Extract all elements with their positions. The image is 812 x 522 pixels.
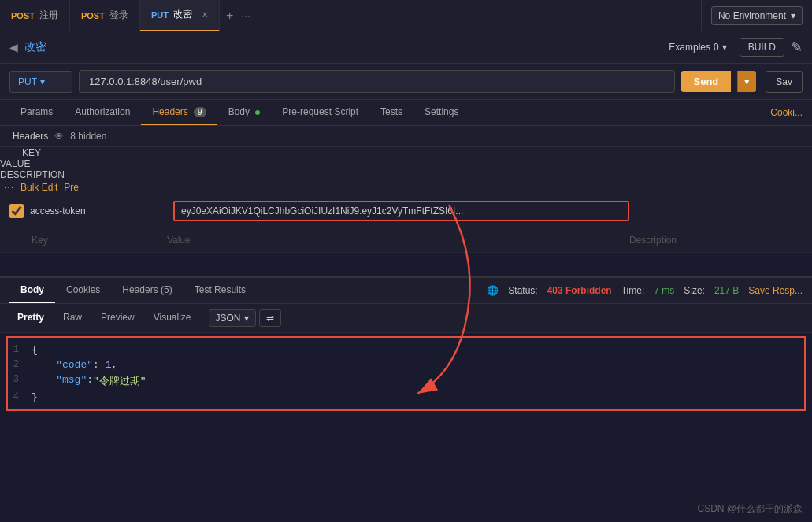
pre-button[interactable]: Pre xyxy=(64,182,79,193)
col-desc-header: DESCRIPTION xyxy=(0,169,173,180)
tab-name-login: 登录 xyxy=(109,9,128,22)
code-area-container: 1 { 2 "code" : -1 , 3 "msg" xyxy=(0,333,812,414)
send-button[interactable]: Send xyxy=(681,71,732,92)
line-number: 3 xyxy=(0,374,32,385)
globe-icon: 🌐 xyxy=(487,285,499,296)
send-dropdown-button[interactable]: ▾ xyxy=(737,71,756,92)
env-label: No Environment xyxy=(718,10,786,21)
time-label: Time: xyxy=(621,285,645,296)
code-value: -1 xyxy=(99,359,112,371)
tab-headers[interactable]: Headers 9 xyxy=(141,100,217,125)
response-tab-cookies[interactable]: Cookies xyxy=(55,278,111,303)
code-value: "令牌过期" xyxy=(93,374,146,388)
chevron-down-icon: ▾ xyxy=(791,10,795,21)
request-title: ◀ 改密 xyxy=(9,40,46,54)
request-name: 改密 xyxy=(24,40,46,54)
size-label: Size: xyxy=(684,285,705,296)
headers-badge: 9 xyxy=(194,107,206,117)
table-row: access-token eyJ0eXAiOiJKV1QiLCJhbGciOiJ… xyxy=(0,194,812,228)
method-select[interactable]: PUT ▾ xyxy=(9,71,72,93)
watermark: CSDN @什么都干的派森 xyxy=(697,502,803,516)
status-value: 403 Forbidden xyxy=(547,285,612,296)
body-tab-raw[interactable]: Raw xyxy=(55,309,90,328)
body-tab-preview[interactable]: Preview xyxy=(93,309,143,328)
save-button[interactable]: Sav xyxy=(766,71,803,93)
environment-dropdown[interactable]: No Environment ▾ xyxy=(711,6,803,25)
tab-settings[interactable]: Settings xyxy=(413,100,469,125)
request-title-bar: ◀ 改密 Examples 0 ▾ BUILD ✎ xyxy=(0,31,812,64)
kebab-menu-icon[interactable]: ✎ xyxy=(791,39,803,56)
response-section: Body Cookies Headers (5) Test Results 🌐 … xyxy=(0,276,812,414)
tab-cookies[interactable]: Cooki... xyxy=(770,101,803,124)
tab-put-changepwd[interactable]: PUT 改密 ✕ xyxy=(140,0,220,31)
line-number: 1 xyxy=(0,344,32,355)
tab-post-login[interactable]: POST 登录 xyxy=(70,0,140,31)
key-placeholder[interactable]: Key xyxy=(9,235,167,246)
code-key: "code" xyxy=(56,359,93,371)
request-tabs: Params Authorization Headers 9 Body Pre-… xyxy=(0,100,812,126)
wrap-button[interactable]: ⇌ xyxy=(259,309,281,327)
body-tab-pretty[interactable]: Pretty xyxy=(9,309,52,328)
placeholder-row: Key Value Description xyxy=(0,228,812,253)
code-line-1: 1 { xyxy=(0,342,812,357)
tab-pre-request[interactable]: Pre-request Script xyxy=(271,100,369,125)
response-tabs-bar: Body Cookies Headers (5) Test Results 🌐 … xyxy=(0,278,812,304)
bulk-edit-button[interactable]: Bulk Edit xyxy=(20,182,57,193)
headers-subbar: Headers 👁 8 hidden xyxy=(0,126,812,147)
size-value: 217 B xyxy=(714,285,739,296)
code-brace: { xyxy=(32,344,38,356)
code-line-3: 3 "msg" : "令牌过期" xyxy=(0,372,812,390)
examples-button[interactable]: Examples 0 ▾ xyxy=(669,42,726,53)
format-label: JSON xyxy=(216,313,241,324)
tab-method-put: PUT xyxy=(151,10,169,20)
code-colon: : xyxy=(87,374,93,386)
col-actions-header: ··· Bulk Edit Pre xyxy=(0,180,79,194)
response-tab-headers[interactable]: Headers (5) xyxy=(111,278,183,303)
tab-body[interactable]: Body xyxy=(217,100,272,125)
code-indent xyxy=(32,374,56,386)
tab-method-post2: POST xyxy=(81,11,105,20)
headers-label: Headers xyxy=(13,131,48,142)
examples-label: Examples xyxy=(669,42,710,53)
code-brace: } xyxy=(32,391,38,403)
eye-icon: 👁 xyxy=(54,131,64,142)
top-tab-bar: POST 注册 POST 登录 PUT 改密 ✕ + ··· No Enviro… xyxy=(0,0,812,31)
tab-method-post: POST xyxy=(11,11,35,20)
header-value-cell[interactable]: eyJ0eXAiOiJKV1QiLCJhbGciOiJIUzI1NiJ9.eyJ… xyxy=(173,201,629,221)
close-tab-icon[interactable]: ✕ xyxy=(202,10,208,19)
tab-post-register[interactable]: POST 注册 xyxy=(0,0,70,31)
body-tab-visualize[interactable]: Visualize xyxy=(146,309,199,328)
tab-authorization[interactable]: Authorization xyxy=(64,100,141,125)
method-value: PUT xyxy=(18,76,37,87)
chevron-down-icon: ▾ xyxy=(40,76,45,87)
line-number: 2 xyxy=(0,359,32,370)
tab-name-register: 注册 xyxy=(39,9,58,22)
dots-icon[interactable]: ··· xyxy=(4,180,14,194)
col-key-header: KEY xyxy=(0,147,158,158)
add-tab-button[interactable]: + xyxy=(226,9,233,23)
row-checkbox[interactable] xyxy=(9,204,24,218)
more-tabs-button[interactable]: ··· xyxy=(241,9,250,22)
tab-params[interactable]: Params xyxy=(9,100,64,125)
code-colon: : xyxy=(93,359,99,371)
url-bar: PUT ▾ Send ▾ Sav xyxy=(0,64,812,100)
chevron-down-icon: ▾ xyxy=(244,313,249,324)
save-response-button[interactable]: Save Resp... xyxy=(748,285,803,296)
url-input[interactable] xyxy=(79,70,675,93)
body-dot xyxy=(255,110,260,115)
header-key-cell: access-token xyxy=(30,205,173,217)
tab-tests[interactable]: Tests xyxy=(369,100,413,125)
build-button[interactable]: BUILD xyxy=(740,38,784,57)
format-select[interactable]: JSON ▾ xyxy=(209,309,256,327)
response-tab-body[interactable]: Body xyxy=(9,278,55,303)
status-label: Status: xyxy=(508,285,537,296)
code-line-2: 2 "code" : -1 , xyxy=(0,357,812,372)
environment-area: No Environment ▾ xyxy=(701,0,812,31)
col-value-header: VALUE xyxy=(0,158,812,169)
value-placeholder[interactable]: Value xyxy=(167,235,629,246)
request-icon: ◀ xyxy=(9,41,18,54)
response-tab-test-results[interactable]: Test Results xyxy=(184,278,257,303)
time-value: 7 ms xyxy=(654,285,674,296)
code-comma: , xyxy=(111,359,117,371)
line-number: 4 xyxy=(0,391,32,402)
